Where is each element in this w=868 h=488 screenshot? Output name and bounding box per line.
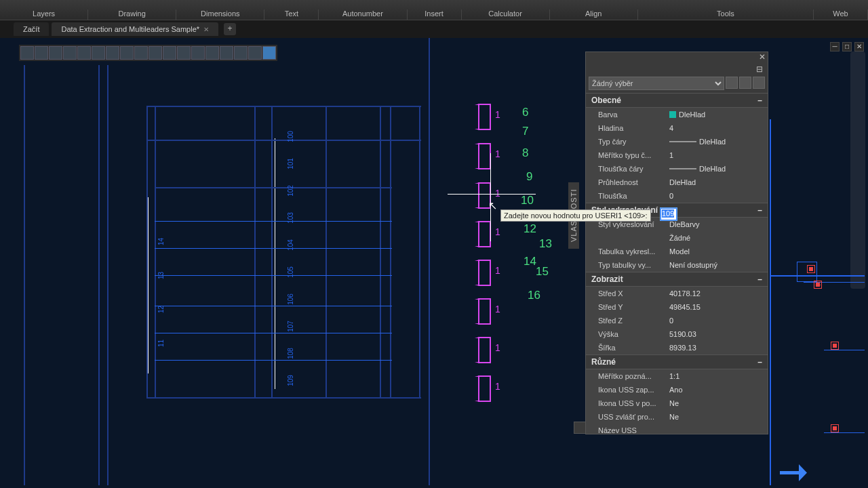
collapse-icon[interactable]: – <box>757 357 762 367</box>
property-row[interactable]: BarvaDleHlad <box>586 108 768 121</box>
tool-4[interactable] <box>63 46 77 60</box>
value-input[interactable]: 109 <box>660 208 677 220</box>
block-symbol[interactable] <box>451 260 488 283</box>
ribbon-group-align[interactable]: Align <box>550 9 638 20</box>
quickselect-icon[interactable] <box>726 77 738 89</box>
property-row[interactable]: Žádné <box>586 231 768 245</box>
section-view[interactable]: Zobrazit– <box>586 272 768 287</box>
collapse-icon[interactable]: – <box>757 205 762 215</box>
close-icon[interactable]: ✕ <box>203 26 209 33</box>
property-row[interactable]: Střed Y49845.15 <box>586 300 768 314</box>
property-value[interactable]: Ano <box>669 384 768 395</box>
property-value[interactable]: Ne <box>669 411 768 422</box>
property-value[interactable]: 1 <box>669 150 768 161</box>
tab-active-document[interactable]: Data Extraction and Multileaders Sample*… <box>52 22 218 36</box>
ribbon-group-dimensions[interactable]: Dimensions <box>176 9 264 20</box>
property-value[interactable] <box>669 425 768 436</box>
property-row[interactable]: USS zvlášť pro...Ne <box>586 410 768 424</box>
tool-10[interactable] <box>149 46 162 60</box>
tool-7[interactable] <box>106 46 119 60</box>
tool-15[interactable] <box>220 46 233 60</box>
ribbon-group-calculator[interactable]: Calculator <box>462 9 550 20</box>
section-misc[interactable]: Různé– <box>586 354 768 369</box>
tool-11[interactable] <box>163 46 176 60</box>
panel-pin-icon[interactable]: ⊟ <box>754 64 765 74</box>
property-row[interactable]: Tabulka vykresl...Model <box>586 245 768 258</box>
property-row[interactable]: Tloušťka0 <box>586 189 768 203</box>
tool-16[interactable] <box>234 46 248 60</box>
tool-14[interactable] <box>205 46 219 60</box>
property-value[interactable]: DleBarvy <box>669 219 768 230</box>
property-value[interactable]: DleHlad <box>669 109 768 120</box>
property-value[interactable]: 5190.03 <box>669 329 768 340</box>
property-value[interactable]: DleHlad <box>669 177 768 188</box>
tool-2[interactable] <box>35 46 48 60</box>
property-row[interactable]: Tloušťka čáryDleHlad <box>586 162 768 176</box>
property-row[interactable]: Ikona USS v po...Ne <box>586 396 768 410</box>
property-value[interactable]: DleHlad <box>669 163 768 174</box>
close-button[interactable]: ✕ <box>854 42 864 52</box>
section-general[interactable]: Obecné– <box>586 93 768 108</box>
block-symbol[interactable] <box>451 337 488 361</box>
property-value[interactable]: 1:1 <box>669 371 768 382</box>
panel-close-icon[interactable]: ✕ <box>757 52 768 64</box>
ribbon-group-drawing[interactable]: Drawing <box>88 9 176 20</box>
property-value[interactable]: 40178.12 <box>669 288 768 299</box>
tool-18[interactable] <box>262 46 276 60</box>
ribbon-group-layers[interactable]: Layers <box>0 9 88 20</box>
property-value[interactable]: 8939.13 <box>669 342 768 353</box>
property-value[interactable]: 49845.15 <box>669 302 768 312</box>
property-value[interactable]: DleHlad <box>669 136 768 147</box>
property-row[interactable]: Název USS <box>586 424 768 437</box>
property-row[interactable]: Měřítko pozná...1:1 <box>586 369 768 383</box>
ribbon-group-tools[interactable]: Tools <box>638 9 814 20</box>
tool-5[interactable] <box>77 46 91 60</box>
property-row[interactable]: Typ tabulky vy...Není dostupný <box>586 258 768 272</box>
block-symbol[interactable] <box>451 298 488 322</box>
panel-options-icon[interactable] <box>574 422 586 434</box>
tool-1[interactable] <box>20 46 34 60</box>
select-objects-icon[interactable] <box>753 77 765 89</box>
property-row[interactable]: Střed Z0 <box>586 314 768 327</box>
property-row[interactable]: Hladina4 <box>586 121 768 135</box>
property-value[interactable]: Ne <box>669 398 768 409</box>
ribbon-group-web[interactable]: Web <box>814 9 868 20</box>
tool-17[interactable] <box>248 46 262 60</box>
property-row[interactable]: Typ čáryDleHlad <box>586 135 768 148</box>
drawing-workspace[interactable]: ─ □ ✕ 109 108 107 106 105 <box>0 38 868 488</box>
tool-3[interactable] <box>49 46 62 60</box>
property-value[interactable]: 0 <box>669 190 768 201</box>
property-value[interactable]: Model <box>669 246 768 257</box>
compass-icon[interactable] <box>780 464 807 481</box>
block-symbol[interactable] <box>451 375 488 399</box>
property-value[interactable]: 4 <box>669 123 768 134</box>
block-symbol[interactable] <box>451 104 488 127</box>
tab-start[interactable]: Začít <box>14 22 49 36</box>
ribbon-group-autonumber[interactable]: Autonumber <box>319 9 407 20</box>
pickadd-icon[interactable] <box>739 77 751 89</box>
selection-filter-dropdown[interactable]: Žádný výběr <box>589 77 724 90</box>
block-symbol[interactable] <box>451 221 488 245</box>
collapse-icon[interactable]: – <box>757 274 762 284</box>
tab-add-button[interactable]: + <box>224 23 236 35</box>
tool-13[interactable] <box>191 46 205 60</box>
tool-9[interactable] <box>134 46 148 60</box>
property-value[interactable]: Není dostupný <box>669 260 768 270</box>
property-row[interactable]: Střed X40178.12 <box>586 287 768 300</box>
property-row[interactable]: PrůhlednostDleHlad <box>586 176 768 189</box>
block-symbol[interactable] <box>451 143 488 167</box>
ribbon-group-text[interactable]: Text <box>264 9 319 20</box>
maximize-button[interactable]: □ <box>842 42 852 52</box>
tool-12[interactable] <box>177 46 191 60</box>
ribbon-group-insert[interactable]: Insert <box>408 9 462 20</box>
minimize-button[interactable]: ─ <box>830 42 840 52</box>
collapse-icon[interactable]: – <box>757 96 762 105</box>
property-row[interactable]: Šířka8939.13 <box>586 341 768 354</box>
tool-6[interactable] <box>92 46 105 60</box>
property-value[interactable]: 0 <box>669 315 768 326</box>
property-value[interactable]: Žádné <box>669 232 768 243</box>
property-row[interactable]: Výška5190.03 <box>586 327 768 341</box>
tool-8[interactable] <box>120 46 134 60</box>
property-row[interactable]: Ikona USS zap...Ano <box>586 383 768 396</box>
property-row[interactable]: Měřítko typu č...1 <box>586 148 768 162</box>
